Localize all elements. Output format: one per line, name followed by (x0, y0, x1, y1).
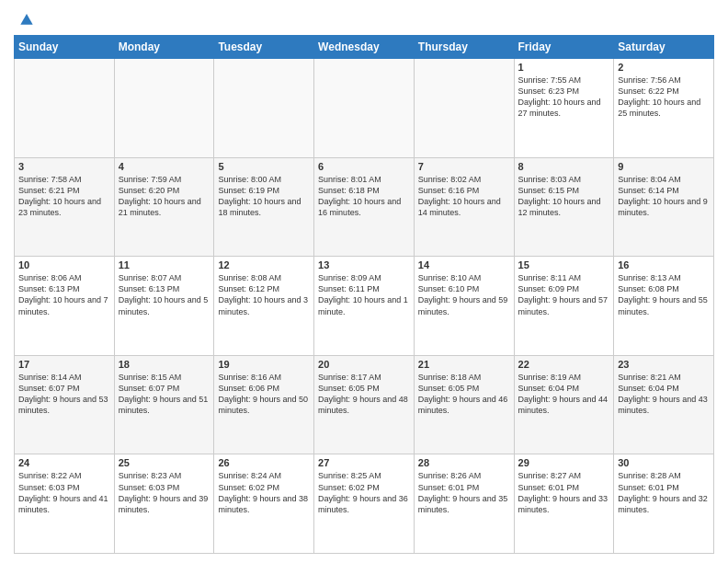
calendar-cell: 13Sunrise: 8:09 AM Sunset: 6:11 PM Dayli… (314, 257, 415, 356)
calendar-cell (314, 59, 415, 158)
calendar-week-row: 3Sunrise: 7:58 AM Sunset: 6:21 PM Daylig… (15, 157, 714, 257)
calendar-cell: 14Sunrise: 8:10 AM Sunset: 6:10 PM Dayli… (414, 257, 514, 356)
cell-info: Sunrise: 7:55 AM Sunset: 6:23 PM Dayligh… (518, 75, 610, 120)
calendar-cell: 22Sunrise: 8:19 AM Sunset: 6:04 PM Dayli… (514, 355, 614, 454)
calendar-cell: 9Sunrise: 8:04 AM Sunset: 6:14 PM Daylig… (614, 157, 714, 257)
calendar-cell (114, 59, 214, 158)
cell-info: Sunrise: 8:24 AM Sunset: 6:02 PM Dayligh… (218, 470, 310, 515)
calendar-header-tuesday: Tuesday (214, 36, 314, 59)
calendar-cell: 4Sunrise: 7:59 AM Sunset: 6:20 PM Daylig… (114, 157, 214, 257)
cell-info: Sunrise: 8:25 AM Sunset: 6:02 PM Dayligh… (318, 470, 410, 515)
cell-info: Sunrise: 8:23 AM Sunset: 6:03 PM Dayligh… (119, 470, 210, 515)
calendar-cell: 27Sunrise: 8:25 AM Sunset: 6:02 PM Dayli… (314, 454, 415, 554)
calendar-cell: 2Sunrise: 7:56 AM Sunset: 6:22 PM Daylig… (614, 59, 714, 158)
day-number: 17 (18, 359, 110, 370)
cell-info: Sunrise: 7:56 AM Sunset: 6:22 PM Dayligh… (618, 75, 710, 120)
cell-info: Sunrise: 8:04 AM Sunset: 6:14 PM Dayligh… (618, 174, 710, 219)
cell-info: Sunrise: 8:00 AM Sunset: 6:19 PM Dayligh… (218, 174, 310, 219)
day-number: 1 (518, 62, 610, 73)
logo-triangle-icon (17, 9, 36, 28)
cell-info: Sunrise: 8:27 AM Sunset: 6:01 PM Dayligh… (518, 470, 610, 515)
day-number: 24 (18, 457, 110, 468)
calendar-header-saturday: Saturday (614, 36, 714, 59)
calendar-cell: 19Sunrise: 8:16 AM Sunset: 6:06 PM Dayli… (214, 355, 314, 454)
calendar-cell: 25Sunrise: 8:23 AM Sunset: 6:03 PM Dayli… (114, 454, 214, 554)
header (14, 9, 714, 28)
cell-info: Sunrise: 8:16 AM Sunset: 6:06 PM Dayligh… (218, 372, 310, 417)
calendar-table: SundayMondayTuesdayWednesdayThursdayFrid… (14, 35, 714, 554)
day-number: 28 (418, 457, 510, 468)
logo-text (14, 9, 36, 28)
calendar-cell: 23Sunrise: 8:21 AM Sunset: 6:04 PM Dayli… (614, 355, 714, 454)
day-number: 13 (318, 259, 410, 270)
cell-info: Sunrise: 8:10 AM Sunset: 6:10 PM Dayligh… (418, 272, 510, 317)
calendar-cell: 30Sunrise: 8:28 AM Sunset: 6:01 PM Dayli… (614, 454, 714, 554)
calendar-cell: 5Sunrise: 8:00 AM Sunset: 6:19 PM Daylig… (214, 157, 314, 257)
cell-info: Sunrise: 8:26 AM Sunset: 6:01 PM Dayligh… (418, 470, 510, 515)
cell-info: Sunrise: 8:28 AM Sunset: 6:01 PM Dayligh… (618, 470, 710, 515)
calendar-week-row: 17Sunrise: 8:14 AM Sunset: 6:07 PM Dayli… (15, 355, 714, 454)
calendar-cell: 21Sunrise: 8:18 AM Sunset: 6:05 PM Dayli… (414, 355, 514, 454)
day-number: 9 (618, 161, 710, 172)
cell-info: Sunrise: 8:03 AM Sunset: 6:15 PM Dayligh… (518, 174, 610, 219)
logo (14, 9, 36, 28)
calendar-header-thursday: Thursday (414, 36, 514, 59)
calendar-cell: 15Sunrise: 8:11 AM Sunset: 6:09 PM Dayli… (514, 257, 614, 356)
calendar-cell: 11Sunrise: 8:07 AM Sunset: 6:13 PM Dayli… (114, 257, 214, 356)
cell-info: Sunrise: 8:11 AM Sunset: 6:09 PM Dayligh… (518, 272, 610, 317)
day-number: 11 (119, 259, 210, 270)
day-number: 29 (518, 457, 610, 468)
day-number: 8 (518, 161, 610, 172)
cell-info: Sunrise: 8:02 AM Sunset: 6:16 PM Dayligh… (418, 174, 510, 219)
calendar-cell: 6Sunrise: 8:01 AM Sunset: 6:18 PM Daylig… (314, 157, 415, 257)
calendar-cell (15, 59, 115, 158)
cell-info: Sunrise: 8:06 AM Sunset: 6:13 PM Dayligh… (18, 272, 110, 317)
calendar-header-sunday: Sunday (15, 36, 115, 59)
day-number: 30 (618, 457, 710, 468)
day-number: 2 (618, 62, 710, 73)
calendar-cell: 18Sunrise: 8:15 AM Sunset: 6:07 PM Dayli… (114, 355, 214, 454)
cell-info: Sunrise: 8:08 AM Sunset: 6:12 PM Dayligh… (218, 272, 310, 317)
cell-info: Sunrise: 8:14 AM Sunset: 6:07 PM Dayligh… (18, 372, 110, 417)
day-number: 25 (119, 457, 210, 468)
day-number: 5 (218, 161, 310, 172)
day-number: 27 (318, 457, 410, 468)
day-number: 20 (318, 359, 410, 370)
cell-info: Sunrise: 8:09 AM Sunset: 6:11 PM Dayligh… (318, 272, 410, 317)
calendar-cell: 3Sunrise: 7:58 AM Sunset: 6:21 PM Daylig… (15, 157, 115, 257)
day-number: 4 (119, 161, 210, 172)
day-number: 16 (618, 259, 710, 270)
cell-info: Sunrise: 7:59 AM Sunset: 6:20 PM Dayligh… (119, 174, 210, 219)
day-number: 15 (518, 259, 610, 270)
calendar-cell: 26Sunrise: 8:24 AM Sunset: 6:02 PM Dayli… (214, 454, 314, 554)
calendar-cell: 10Sunrise: 8:06 AM Sunset: 6:13 PM Dayli… (15, 257, 115, 356)
cell-info: Sunrise: 8:13 AM Sunset: 6:08 PM Dayligh… (618, 272, 710, 317)
cell-info: Sunrise: 8:18 AM Sunset: 6:05 PM Dayligh… (418, 372, 510, 417)
cell-info: Sunrise: 8:21 AM Sunset: 6:04 PM Dayligh… (618, 372, 710, 417)
calendar-cell: 7Sunrise: 8:02 AM Sunset: 6:16 PM Daylig… (414, 157, 514, 257)
calendar-cell: 29Sunrise: 8:27 AM Sunset: 6:01 PM Dayli… (514, 454, 614, 554)
day-number: 14 (418, 259, 510, 270)
calendar-cell: 17Sunrise: 8:14 AM Sunset: 6:07 PM Dayli… (15, 355, 115, 454)
day-number: 6 (318, 161, 410, 172)
day-number: 3 (18, 161, 110, 172)
cell-info: Sunrise: 8:15 AM Sunset: 6:07 PM Dayligh… (119, 372, 210, 417)
calendar-header-friday: Friday (514, 36, 614, 59)
day-number: 22 (518, 359, 610, 370)
day-number: 21 (418, 359, 510, 370)
calendar-cell: 28Sunrise: 8:26 AM Sunset: 6:01 PM Dayli… (414, 454, 514, 554)
day-number: 23 (618, 359, 710, 370)
day-number: 7 (418, 161, 510, 172)
calendar-header-wednesday: Wednesday (314, 36, 415, 59)
day-number: 19 (218, 359, 310, 370)
calendar-week-row: 24Sunrise: 8:22 AM Sunset: 6:03 PM Dayli… (15, 454, 714, 554)
day-number: 18 (119, 359, 210, 370)
calendar-week-row: 10Sunrise: 8:06 AM Sunset: 6:13 PM Dayli… (15, 257, 714, 356)
cell-info: Sunrise: 8:19 AM Sunset: 6:04 PM Dayligh… (518, 372, 610, 417)
cell-info: Sunrise: 7:58 AM Sunset: 6:21 PM Dayligh… (18, 174, 110, 219)
cell-info: Sunrise: 8:22 AM Sunset: 6:03 PM Dayligh… (18, 470, 110, 515)
day-number: 26 (218, 457, 310, 468)
calendar-cell (414, 59, 514, 158)
cell-info: Sunrise: 8:07 AM Sunset: 6:13 PM Dayligh… (119, 272, 210, 317)
calendar-cell: 12Sunrise: 8:08 AM Sunset: 6:12 PM Dayli… (214, 257, 314, 356)
